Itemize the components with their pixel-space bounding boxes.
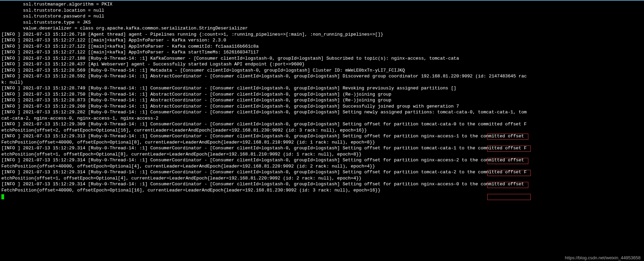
log-line: FetchPosition{offset=40000, offsetEpoch=… [1, 139, 643, 146]
log-line: [INFO ] 2021-07-13 15:12:28.749 [Ruby-0-… [1, 85, 643, 91]
log-line: [INFO ] 2021-07-13 15:12:29.314 [Ruby-0-… [1, 181, 643, 187]
log-line: [INFO ] 2021-07-13 15:12:29.314 [Ruby-0-… [1, 157, 643, 163]
log-line: k: null) [1, 79, 643, 86]
terminal-output[interactable]: ssl.trustmanager.algorithm = PKIX ssl.tr… [0, 1, 644, 200]
log-line: [INFO ] 2021-07-13 15:12:27.180 [Ruby-0-… [1, 55, 643, 62]
watermark-text: https://blog.csdn.net/weixin_44953658 [565, 255, 641, 260]
log-line: [INFO ] 2021-07-13 15:12:28.437 [Api Web… [1, 61, 643, 67]
log-line: [INFO ] 2021-07-13 15:12:29.313 [Ruby-0-… [1, 133, 643, 139]
cursor-line [1, 193, 643, 199]
log-line: FetchPosition{offset=40000, offsetEpoch=… [1, 187, 643, 194]
log-line: [INFO ] 2021-07-13 15:12:26.710 [Agent t… [1, 32, 643, 38]
log-line: [INFO ] 2021-07-13 15:12:28.592 [Ruby-0-… [1, 73, 643, 79]
log-line: [INFO ] 2021-07-13 15:12:28.873 [Ruby-0-… [1, 97, 643, 103]
log-line: [INFO ] 2021-07-13 15:12:29.314 [Ruby-0-… [1, 145, 643, 151]
log-line: [INFO ] 2021-07-13 15:12:29.282 [Ruby-0-… [1, 109, 643, 115]
log-line: [INFO ] 2021-07-13 15:12:29.260 [Ruby-0-… [1, 103, 643, 110]
log-line: [INFO ] 2021-07-13 15:12:28.569 [Ruby-0-… [1, 67, 643, 74]
config-line: ssl.trustmanager.algorithm = PKIX [1, 1, 643, 8]
config-line: ssl.truststore.location = null [1, 8, 643, 14]
log-line: [INFO ] 2021-07-13 15:12:27.122 [[main]<… [1, 49, 643, 55]
config-line: value.deserializer = class org.apache.ka… [1, 25, 643, 32]
log-line: cat-cata-2, nginx-access-0, nginx-access… [1, 115, 643, 122]
log-line: etchPosition{offset=2, offsetEpoch=Optio… [1, 127, 643, 134]
log-line: [INFO ] 2021-07-13 15:12:29.309 [Ruby-0-… [1, 121, 643, 127]
log-line: [INFO ] 2021-07-13 15:12:27.122 [[main]<… [1, 44, 643, 50]
log-line: etchPosition{offset=1, offsetEpoch=Optio… [1, 151, 643, 158]
cursor-block [1, 194, 4, 199]
log-line: [INFO ] 2021-07-13 15:12:29.314 [Ruby-0-… [1, 169, 643, 175]
config-line: ssl.truststore.password = null [1, 13, 643, 20]
log-line: [INFO ] 2021-07-13 15:12:28.750 [Ruby-0-… [1, 91, 643, 98]
log-line: etchPosition{offset=1, offsetEpoch=Optio… [1, 175, 643, 182]
config-line: ssl.truststore.type = JKS [1, 20, 643, 26]
log-line: FetchPosition{offset=40000, offsetEpoch=… [1, 163, 643, 170]
log-line: [INFO ] 2021-07-13 15:12:27.122 [[main]<… [1, 37, 643, 44]
